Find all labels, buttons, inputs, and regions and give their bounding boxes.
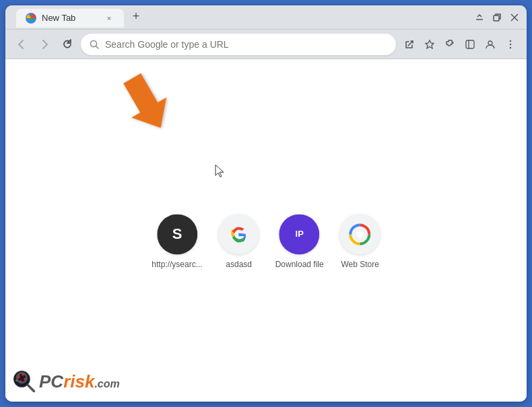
title-bar: New Tab × + (5, 5, 527, 30)
shortcut-icon-google (219, 214, 259, 254)
svg-marker-16 (123, 73, 177, 133)
arrow-annotation (123, 73, 177, 136)
profile-icon[interactable] (481, 35, 500, 54)
forward-button[interactable] (35, 35, 54, 54)
toolbar (5, 30, 527, 59)
pcrisk-watermark: PCrisk .com (5, 361, 140, 402)
svg-point-12 (488, 41, 492, 45)
ip-logo: IP (279, 214, 320, 254)
shortcut-google[interactable]: asdasd (219, 214, 259, 269)
svg-point-14 (510, 43, 511, 44)
search-icon (89, 39, 100, 50)
pcrisk-pc-text: PCrisk (39, 371, 94, 392)
shortcut-label-ysearch: http://ysearc... (152, 260, 202, 269)
back-button[interactable] (12, 35, 31, 54)
webstore-logo (340, 214, 380, 254)
svg-point-19 (357, 231, 364, 237)
extension-icon[interactable] (440, 35, 459, 54)
svg-point-15 (510, 46, 511, 48)
address-bar[interactable] (81, 34, 396, 55)
ysearch-logo: S (157, 214, 197, 254)
google-logo (219, 214, 259, 254)
svg-line-26 (28, 385, 34, 391)
restore-button[interactable] (490, 11, 504, 24)
shortcut-label-web-store: Web Store (341, 260, 378, 269)
shortcut-label-google: asdasd (226, 260, 252, 269)
svg-marker-17 (215, 165, 224, 177)
shortcut-icon-web-store (340, 214, 380, 254)
shortcut-icon-download-file: IP (279, 214, 320, 254)
browser-window: New Tab × + (5, 5, 527, 402)
sidebar-icon[interactable] (461, 35, 479, 54)
new-tab-button[interactable]: + (127, 7, 145, 26)
close-button[interactable] (508, 11, 521, 24)
tab-close-button[interactable]: × (104, 13, 114, 24)
tab-bar: New Tab × + (11, 7, 145, 28)
tab-title: New Tab (42, 13, 98, 23)
pcrisk-text-group: PCrisk .com (39, 371, 120, 392)
svg-rect-3 (494, 15, 499, 21)
pcrisk-logo: PCrisk .com (12, 369, 120, 394)
svg-rect-10 (466, 40, 474, 48)
pcrisk-com-text: .com (94, 378, 119, 390)
refresh-button[interactable] (58, 35, 77, 54)
browser-tab[interactable]: New Tab × (16, 9, 124, 28)
url-input[interactable] (105, 39, 388, 50)
svg-line-7 (96, 46, 99, 48)
share-icon[interactable] (400, 35, 419, 54)
tab-favicon (26, 13, 36, 24)
shortcut-label-download-file: Download file (275, 260, 324, 269)
minimize-button[interactable] (473, 11, 486, 24)
window-controls (473, 11, 521, 24)
svg-marker-9 (426, 40, 434, 48)
page-content: S http://ysearc... asdasd (5, 59, 527, 402)
svg-point-13 (510, 40, 511, 41)
toolbar-actions (400, 35, 520, 54)
shortcut-icon-ysearch: S (157, 214, 197, 254)
cursor (214, 163, 226, 182)
bookmark-icon[interactable] (420, 35, 439, 54)
shortcuts-grid: S http://ysearc... asdasd (152, 214, 380, 269)
shortcut-ysearch[interactable]: S http://ysearc... (152, 214, 202, 269)
pcrisk-magnifier-icon (12, 369, 36, 394)
shortcut-web-store[interactable]: Web Store (340, 214, 380, 269)
shortcut-download-file[interactable]: IP Download file (275, 214, 324, 269)
menu-icon[interactable] (501, 35, 520, 54)
